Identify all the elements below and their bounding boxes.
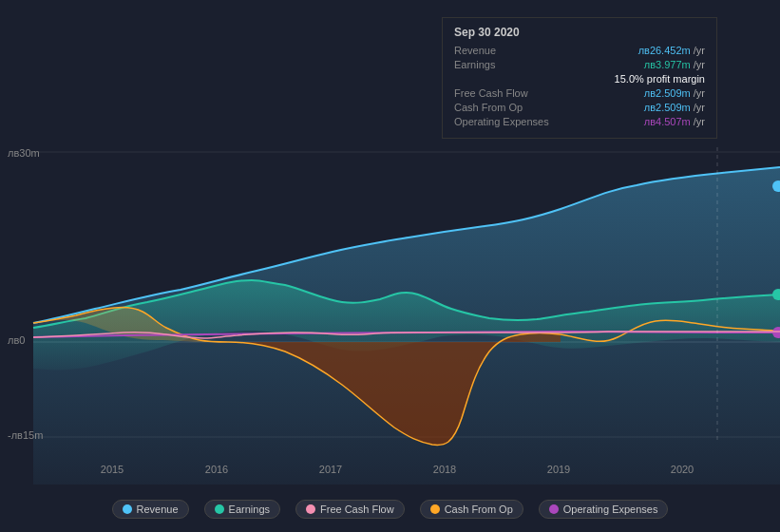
x-label-2019: 2019 bbox=[547, 464, 570, 475]
legend-dot-fcf bbox=[306, 504, 315, 514]
tooltip-value-fcf: лв2.509m /yr bbox=[644, 87, 705, 99]
legend-label-revenue: Revenue bbox=[137, 504, 179, 515]
tooltip-row-earnings: Earnings лв3.977m /yr bbox=[454, 59, 705, 70]
y-label-neg15m: -лв15m bbox=[8, 429, 43, 441]
tooltip-row-revenue: Revenue лв26.452m /yr bbox=[454, 45, 705, 56]
tooltip-profit-margin: 15.0% profit margin bbox=[615, 73, 705, 85]
x-label-2020: 2020 bbox=[671, 464, 694, 475]
legend-label-cash-from-op: Cash From Op bbox=[445, 504, 513, 515]
legend-dot-earnings bbox=[215, 504, 224, 514]
legend-dot-cash-from-op bbox=[430, 504, 440, 514]
legend-item-opex[interactable]: Operating Expenses bbox=[539, 500, 669, 519]
x-label-2018: 2018 bbox=[433, 464, 456, 475]
tooltip-row-profit-margin: 15.0% profit margin bbox=[454, 73, 705, 85]
x-label-2017: 2017 bbox=[319, 464, 342, 475]
tooltip-value-earnings: лв3.977m /yr bbox=[644, 59, 705, 70]
y-label-0: лв0 bbox=[8, 334, 25, 346]
tooltip-value-revenue: лв26.452m /yr bbox=[638, 45, 705, 56]
legend-dot-opex bbox=[549, 504, 559, 514]
tooltip-row-opex: Operating Expenses лв4.507m /yr bbox=[454, 116, 705, 127]
tooltip-label-earnings: Earnings bbox=[454, 59, 559, 70]
tooltip-label-fcf: Free Cash Flow bbox=[454, 87, 559, 99]
tooltip-title: Sep 30 2020 bbox=[454, 26, 705, 39]
tooltip-label-cash-from-op: Cash From Op bbox=[454, 102, 559, 113]
tooltip-value-opex: лв4.507m /yr bbox=[644, 116, 705, 127]
legend-item-earnings[interactable]: Earnings bbox=[204, 500, 280, 519]
y-label-30m: лв30m bbox=[8, 147, 40, 159]
legend-label-opex: Operating Expenses bbox=[563, 504, 658, 515]
tooltip-label-opex: Operating Expenses bbox=[454, 116, 559, 127]
chart-container: лв30m лв0 -лв15m 2015 2016 2017 2018 201… bbox=[0, 0, 780, 532]
legend-item-revenue[interactable]: Revenue bbox=[112, 500, 189, 519]
legend-item-cash-from-op[interactable]: Cash From Op bbox=[420, 500, 523, 519]
tooltip-box: Sep 30 2020 Revenue лв26.452m /yr Earnin… bbox=[442, 17, 717, 139]
tooltip-row-cash-from-op: Cash From Op лв2.509m /yr bbox=[454, 102, 705, 113]
tooltip-label-revenue: Revenue bbox=[454, 45, 559, 56]
tooltip-value-cash-from-op: лв2.509m /yr bbox=[644, 102, 705, 113]
legend-dot-revenue bbox=[123, 504, 132, 514]
legend-label-earnings: Earnings bbox=[229, 504, 270, 515]
tooltip-row-fcf: Free Cash Flow лв2.509m /yr bbox=[454, 87, 705, 99]
legend-label-fcf: Free Cash Flow bbox=[320, 504, 394, 515]
legend-item-fcf[interactable]: Free Cash Flow bbox=[295, 500, 405, 519]
x-label-2015: 2015 bbox=[101, 464, 124, 475]
legend: Revenue Earnings Free Cash Flow Cash Fro… bbox=[0, 500, 780, 519]
x-label-2016: 2016 bbox=[205, 464, 228, 475]
